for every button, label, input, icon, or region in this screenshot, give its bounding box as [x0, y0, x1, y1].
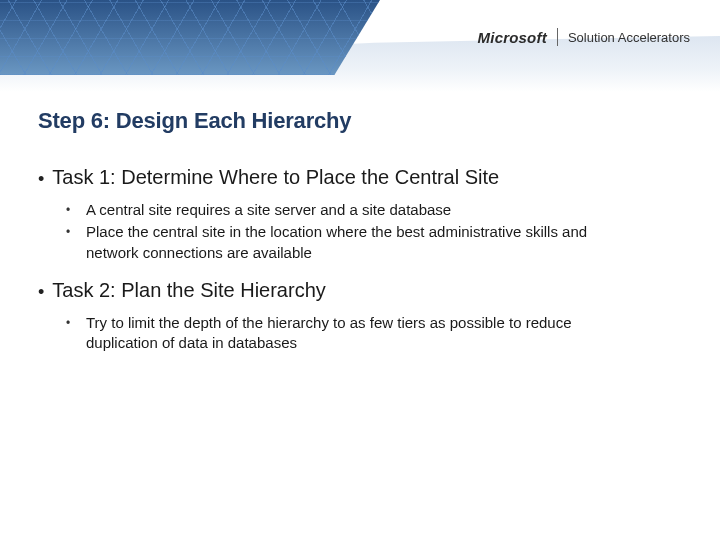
- header-graphic: [0, 0, 720, 92]
- header-mesh-pattern: [0, 0, 380, 75]
- list-item: • Place the central site in the location…: [66, 222, 626, 263]
- task-heading: • Task 1: Determine Where to Place the C…: [38, 166, 682, 192]
- sub-list: • A central site requires a site server …: [38, 200, 682, 263]
- task-heading: • Task 2: Plan the Site Hierarchy: [38, 279, 682, 305]
- brand-group: Microsoft Solution Accelerators: [478, 28, 690, 46]
- list-item: • A central site requires a site server …: [66, 200, 626, 220]
- brand-microsoft-label: Microsoft: [478, 29, 555, 46]
- brand-accelerators-label: Solution Accelerators: [560, 30, 690, 45]
- task-heading-label: Task 1: Determine Where to Place the Cen…: [52, 166, 499, 189]
- task-heading-label: Task 2: Plan the Site Hierarchy: [52, 279, 325, 302]
- task-block: • Task 1: Determine Where to Place the C…: [38, 166, 682, 263]
- bullet-l1-icon: •: [38, 166, 44, 192]
- bullet-l1-icon: •: [38, 279, 44, 305]
- slide-title: Step 6: Design Each Hierarchy: [38, 108, 682, 134]
- sub-item-text: A central site requires a site server an…: [86, 200, 451, 220]
- brand-divider: [557, 28, 558, 46]
- slide-content: Step 6: Design Each Hierarchy • Task 1: …: [38, 108, 682, 355]
- list-item: • Try to limit the depth of the hierarch…: [66, 313, 626, 354]
- bullet-l2-icon: •: [66, 313, 74, 354]
- bullet-l2-icon: •: [66, 200, 74, 220]
- bullet-l2-icon: •: [66, 222, 74, 263]
- sub-list: • Try to limit the depth of the hierarch…: [38, 313, 682, 354]
- task-block: • Task 2: Plan the Site Hierarchy • Try …: [38, 279, 682, 354]
- sub-item-text: Try to limit the depth of the hierarchy …: [86, 313, 626, 354]
- sub-item-text: Place the central site in the location w…: [86, 222, 626, 263]
